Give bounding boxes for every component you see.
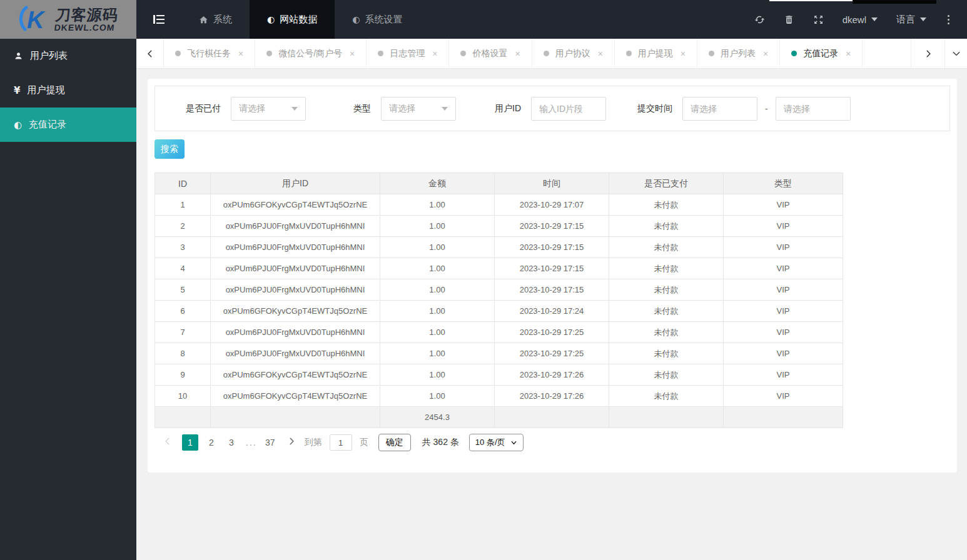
trash-icon[interactable] [784, 14, 794, 25]
filter-time-label: 提交时间 [637, 103, 672, 114]
chevron-right-icon [287, 437, 296, 446]
cell-type: VIP [724, 364, 843, 386]
tab-label: 充值记录 [803, 48, 838, 59]
table-row: 2 oxPUm6PJU0FrgMxUVD0TupH6hMNI 1.00 2023… [155, 216, 843, 237]
tab-close-icon[interactable]: × [238, 49, 243, 59]
goto-confirm-button[interactable]: 确定 [378, 434, 411, 451]
next-page-button[interactable] [287, 437, 296, 448]
tab-close-icon[interactable]: × [515, 49, 520, 59]
cell-time: 2023-10-29 17:26 [495, 386, 609, 407]
tab-item-2[interactable]: 日志管理× [367, 39, 449, 68]
cell-time: 2023-10-29 17:25 [495, 343, 609, 364]
tab-item-6[interactable]: 用户列表× [697, 39, 780, 68]
tab-item-7-recharge-records[interactable]: 充值记录× [780, 39, 863, 68]
tab-item-1[interactable]: 微信公号/商户号× [255, 39, 367, 68]
nav-item-label: 系统 [213, 14, 232, 26]
tab-status-dot [460, 51, 466, 56]
cell-id: 7 [155, 322, 211, 343]
more-vertical-icon[interactable] [945, 12, 952, 27]
page-number-current[interactable]: 1 [182, 434, 198, 451]
sidebar-toggle-button[interactable] [136, 0, 181, 39]
cell-amount: 1.00 [380, 279, 495, 301]
filter-toolbar: 是否已付 请选择 类型 请选择 用户ID 提交时间 - [154, 86, 950, 131]
goto-page-input[interactable] [330, 434, 352, 451]
tab-close-icon[interactable]: × [846, 49, 851, 59]
language-dropdown[interactable]: 语言 [896, 14, 926, 26]
tab-close-icon[interactable]: × [681, 49, 686, 59]
column-header-paid-status: 是否已支付 [609, 173, 724, 194]
tab-label: 用户提现 [638, 48, 673, 59]
summary-empty [609, 407, 724, 428]
cell-amount: 1.00 [380, 343, 495, 364]
tab-close-icon[interactable]: × [598, 49, 603, 59]
fullscreen-icon[interactable] [813, 14, 824, 25]
sidebar-item-user-list[interactable]: 用户列表 [0, 39, 136, 73]
cell-paid-status: 未付款 [609, 343, 724, 364]
page-number[interactable]: 2 [205, 438, 218, 448]
table-summary-row: 2454.3 [155, 407, 843, 428]
select-placeholder: 请选择 [239, 103, 265, 114]
cell-user-id: oxPUm6PJU0FrgMxUVD0TupH6hMNI [211, 322, 380, 343]
nav-item-site-data[interactable]: ◐ 网站数据 [250, 0, 335, 39]
half-circle-icon: ◐ [267, 14, 275, 24]
filter-type-select[interactable]: 请选择 [381, 97, 456, 121]
cell-amount: 1.00 [380, 216, 495, 237]
tabs-menu-button[interactable] [944, 39, 967, 68]
yen-icon: ¥ [14, 85, 20, 96]
tab-item-3[interactable]: 价格设置× [449, 39, 532, 68]
tab-close-icon[interactable]: × [432, 49, 437, 59]
nav-item-system[interactable]: 系统 [181, 0, 250, 39]
cell-id: 4 [155, 258, 211, 279]
chevron-down-icon [871, 18, 878, 21]
user-dropdown[interactable]: dkewl [843, 14, 878, 25]
chevron-down-icon [920, 18, 926, 21]
tab-status-dot [175, 51, 181, 56]
tab-status-dot [266, 51, 272, 56]
nav-item-system-settings[interactable]: ◐ 系统设置 [335, 0, 420, 39]
cell-type: VIP [724, 258, 843, 279]
cell-paid-status: 未付款 [609, 301, 724, 322]
tab-item-4[interactable]: 用户协议× [532, 39, 615, 68]
cell-amount: 1.00 [380, 194, 495, 216]
tab-close-icon[interactable]: × [763, 49, 768, 59]
cell-type: VIP [724, 279, 843, 301]
cell-id: 8 [155, 343, 211, 364]
page-size-select[interactable]: 10 条/页 [469, 434, 524, 451]
sidebar-item-user-withdraw[interactable]: ¥ 用户提现 [0, 73, 136, 108]
table-header-row: ID 用户ID 金额 时间 是否已支付 类型 [155, 173, 843, 194]
tab-item-5[interactable]: 用户提现× [615, 39, 697, 68]
filter-time-from-input[interactable] [682, 97, 757, 121]
brand-k-icon: K [19, 4, 51, 34]
cell-paid-status: 未付款 [609, 237, 724, 258]
tabs-scroll-left-button[interactable] [136, 39, 164, 68]
cell-user-id: oxPUm6PJU0FrgMxUVD0TupH6hMNI [211, 237, 380, 258]
chevron-left-icon [163, 437, 172, 446]
username: dkewl [843, 14, 866, 25]
tab-label: 日志管理 [390, 48, 425, 59]
cell-type: VIP [724, 386, 843, 407]
prev-page-button[interactable] [163, 437, 172, 448]
open-tabs-bar: 飞行棋任务× 微信公号/商户号× 日志管理× 价格设置× 用户协议× 用户提现×… [136, 39, 967, 69]
tabs-scroll-right-button[interactable] [911, 39, 944, 68]
tab-status-dot [709, 51, 714, 56]
search-button[interactable]: 搜索 [154, 139, 185, 159]
page-number[interactable]: 3 [225, 438, 238, 448]
filter-userid-input[interactable] [531, 97, 606, 121]
cell-type: VIP [724, 216, 843, 237]
filter-type-label: 类型 [353, 103, 371, 114]
filter-paid-select[interactable]: 请选择 [231, 97, 306, 121]
tab-close-icon[interactable]: × [350, 49, 355, 59]
page-number-last[interactable]: 37 [263, 438, 277, 448]
sidebar-item-recharge-records[interactable]: ◐ 充值记录 [0, 108, 136, 142]
brand-name: 刀客源码 [55, 8, 119, 22]
nav-item-label: 系统设置 [365, 14, 402, 26]
filter-time-to-input[interactable] [776, 97, 851, 121]
tab-item-0[interactable]: 飞行棋任务× [164, 39, 255, 68]
refresh-icon[interactable] [754, 14, 765, 25]
table-row: 3 oxPUm6PJU0FrgMxUVD0TupH6hMNI 1.00 2023… [155, 237, 843, 258]
table-row: 1 oxPUm6GFOKyvCGpT4EWTJq5OzrNE 1.00 2023… [155, 194, 843, 216]
pagination-bar: 1 2 3 ... 37 到第 页 确定 共 362 条 10 条/页 [154, 428, 950, 457]
tabs-list: 飞行棋任务× 微信公号/商户号× 日志管理× 价格设置× 用户协议× 用户提现×… [164, 39, 911, 68]
summary-empty [724, 407, 843, 428]
cell-id: 9 [155, 364, 211, 386]
